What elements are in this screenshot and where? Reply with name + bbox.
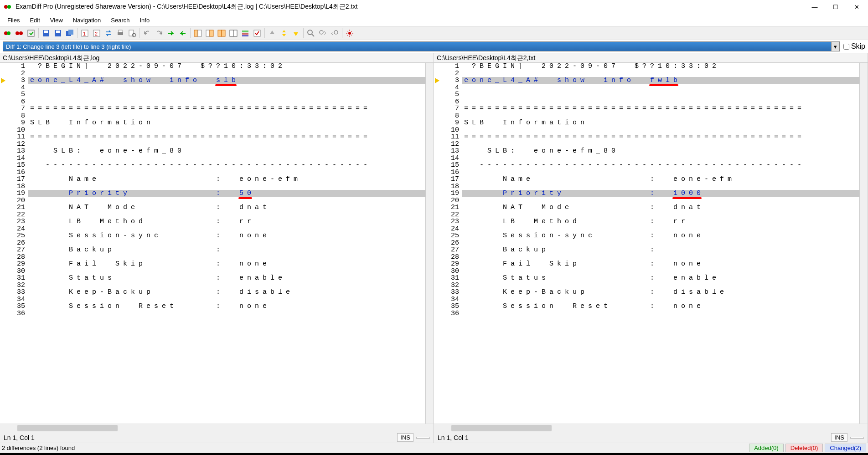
print-icon[interactable] (115, 28, 126, 39)
code-line[interactable] (462, 91, 859, 98)
code-line[interactable]: ----------------------------------------… (28, 162, 425, 169)
save-left-icon[interactable] (41, 28, 52, 39)
diff-selector-dropdown[interactable]: ▾ (832, 41, 840, 51)
menu-view[interactable]: View (46, 15, 67, 26)
code-line[interactable]: Backup : (28, 246, 425, 254)
code-line[interactable] (462, 141, 859, 148)
compare-dirs-icon[interactable] (14, 28, 25, 39)
menu-edit[interactable]: Edit (25, 15, 44, 26)
view-first-icon[interactable]: 1 (79, 28, 90, 39)
code-line[interactable]: SLB: eone-efm_80 (462, 148, 859, 155)
code-line[interactable]: ========================================… (462, 133, 859, 141)
code-line[interactable] (28, 268, 425, 275)
code-line[interactable] (28, 70, 425, 77)
options-check-icon[interactable] (252, 28, 263, 39)
menu-navigation[interactable]: Navigation (68, 15, 105, 26)
code-line[interactable]: Priority : 1000 (462, 190, 859, 197)
code-line[interactable]: Name : eone-efm (462, 176, 859, 183)
code-line[interactable] (462, 70, 859, 77)
code-line[interactable] (462, 225, 859, 233)
find-prev-icon[interactable] (329, 28, 340, 39)
code-line[interactable] (462, 197, 859, 204)
swap-icon[interactable] (103, 28, 114, 39)
recompare-icon[interactable] (26, 28, 36, 39)
compare-files-icon[interactable] (2, 28, 13, 39)
code-line[interactable] (28, 112, 425, 120)
tools-icon[interactable] (344, 28, 355, 39)
code-line[interactable] (28, 282, 425, 289)
toggle-split-icon[interactable] (228, 28, 239, 39)
diff-pane2-icon[interactable] (204, 28, 215, 39)
skip-checkbox[interactable] (843, 44, 849, 50)
code-line[interactable]: LB Method : rr (462, 218, 859, 225)
code-line[interactable] (28, 254, 425, 261)
code-line[interactable]: NAT Mode : dnat (28, 204, 425, 211)
code-line[interactable]: LB Method : rr (28, 218, 425, 225)
code-line[interactable] (28, 169, 425, 176)
code-line[interactable] (28, 183, 425, 190)
save-both-icon[interactable] (64, 28, 75, 39)
code-line[interactable]: Fail Skip : none (28, 261, 425, 268)
code-line[interactable] (462, 296, 859, 303)
view-second-icon[interactable]: 2 (91, 28, 102, 39)
code-line[interactable] (462, 183, 859, 190)
code-line[interactable]: ========================================… (28, 133, 425, 141)
find-next-icon[interactable] (317, 28, 328, 39)
code-line[interactable]: ========================================… (462, 105, 859, 112)
menu-info[interactable]: Info (135, 15, 154, 26)
skip-checkbox-wrap[interactable]: Skip (843, 42, 865, 51)
code-line[interactable] (28, 310, 425, 317)
left-code[interactable]: ?BEGIN] 2022-09-07 $??10:33:02eone_L4_A#… (28, 63, 425, 424)
code-line[interactable] (28, 225, 425, 233)
code-line[interactable] (462, 240, 859, 247)
diff-both-icon[interactable] (216, 28, 227, 39)
code-line[interactable]: SLB: eone-efm_80 (28, 148, 425, 155)
added-count[interactable]: Added(0) (749, 444, 783, 452)
code-line[interactable] (28, 127, 425, 134)
menu-files[interactable]: Files (3, 15, 24, 26)
prev-diff-icon[interactable] (177, 28, 188, 39)
close-button[interactable]: ✕ (846, 0, 867, 14)
deleted-count[interactable]: Deleted(0) (785, 444, 823, 452)
code-line[interactable]: ?BEGIN] 2022-09-07 $??10:33:02 (462, 63, 859, 70)
code-line[interactable] (28, 98, 425, 106)
diff-pane1-icon[interactable] (192, 28, 203, 39)
code-line[interactable] (462, 169, 859, 176)
code-line[interactable]: Status : enable (28, 275, 425, 282)
right-vertical-scrollbar[interactable] (859, 63, 868, 424)
next-diff-icon[interactable] (165, 28, 176, 39)
code-line[interactable] (462, 310, 859, 317)
code-line[interactable]: NAT Mode : dnat (462, 204, 859, 211)
code-line[interactable] (28, 240, 425, 247)
up-arrow-icon[interactable] (267, 28, 278, 39)
code-line[interactable] (462, 268, 859, 275)
left-horizontal-scrollbar[interactable] (8, 424, 425, 432)
color-legend-icon[interactable] (240, 28, 251, 39)
code-line[interactable]: eone_L4_A# show info slb (28, 77, 425, 84)
code-line[interactable] (462, 282, 859, 289)
code-line[interactable]: Backup : (462, 246, 859, 254)
code-line[interactable]: Status : enable (462, 275, 859, 282)
code-line[interactable] (462, 254, 859, 261)
code-line[interactable] (462, 211, 859, 219)
code-line[interactable]: Keep-Backup : disable (28, 289, 425, 296)
maximize-button[interactable]: ☐ (825, 0, 846, 14)
code-line[interactable]: Session Reset : none (28, 303, 425, 310)
save-right-icon[interactable] (52, 28, 63, 39)
code-line[interactable] (28, 155, 425, 162)
updown-icon[interactable] (279, 28, 289, 39)
diff-selector[interactable]: Diff 1: Change line 3 (left file) to lin… (3, 41, 832, 51)
minimize-button[interactable]: — (804, 0, 825, 14)
code-line[interactable] (28, 91, 425, 98)
code-line[interactable] (28, 197, 425, 204)
menu-search[interactable]: Search (106, 15, 134, 26)
code-line[interactable] (462, 98, 859, 106)
code-line[interactable]: ========================================… (28, 105, 425, 112)
find-icon[interactable] (305, 28, 316, 39)
changed-count[interactable]: Changed(2) (825, 444, 866, 452)
left-vertical-scrollbar[interactable] (425, 63, 434, 424)
code-line[interactable] (28, 296, 425, 303)
undo-icon[interactable] (142, 28, 153, 39)
code-line[interactable] (462, 112, 859, 120)
code-line[interactable]: Session-sync : none (28, 232, 425, 240)
